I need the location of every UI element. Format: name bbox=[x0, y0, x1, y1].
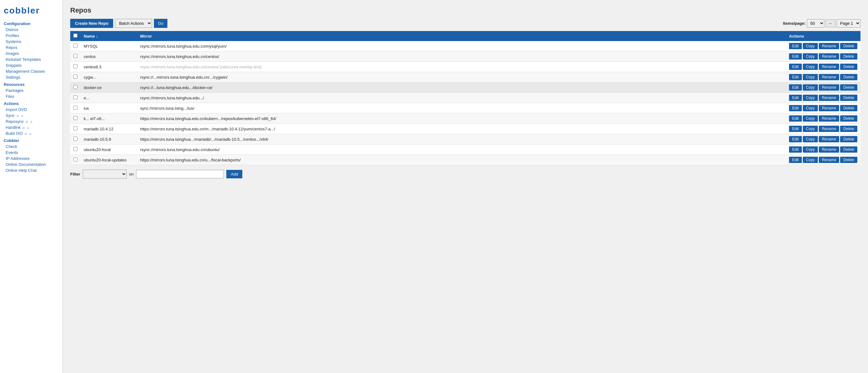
row-checkbox[interactable] bbox=[73, 95, 78, 99]
sidebar-link-management-classes[interactable]: Management Classes bbox=[0, 68, 62, 74]
sidebar-link-hardlink[interactable]: Hardlink ☼ bbox=[0, 124, 62, 130]
sidebar-link-kickstart-templates[interactable]: Kickstart Templates bbox=[0, 56, 62, 62]
sidebar-link-online-help-chat[interactable]: Online Help Chat bbox=[0, 167, 62, 173]
copy-button[interactable]: Copy bbox=[803, 146, 818, 153]
sidebar-link-events[interactable]: Events bbox=[0, 150, 62, 155]
copy-button[interactable]: Copy bbox=[803, 95, 818, 101]
rename-button[interactable]: Rename bbox=[819, 115, 839, 122]
sidebar-link-systems[interactable]: Systems bbox=[0, 38, 62, 44]
edit-button[interactable]: Edit bbox=[789, 74, 802, 80]
rename-button[interactable]: Rename bbox=[819, 43, 839, 49]
sidebar-link-check[interactable]: Check bbox=[0, 144, 62, 150]
sidebar-link-repos[interactable]: Repos bbox=[0, 44, 62, 51]
rename-button[interactable]: Rename bbox=[819, 105, 839, 111]
filter-select[interactable] bbox=[83, 169, 127, 179]
rename-button[interactable]: Rename bbox=[819, 157, 839, 163]
sidebar-link-build-iso[interactable]: Build ISO ☼ bbox=[0, 130, 62, 136]
create-new-repo-button[interactable]: Create New Repo bbox=[70, 19, 113, 28]
row-checkbox[interactable] bbox=[73, 126, 78, 130]
row-checkbox[interactable] bbox=[73, 85, 78, 89]
row-checkbox[interactable] bbox=[73, 116, 78, 120]
copy-button[interactable]: Copy bbox=[803, 136, 818, 142]
row-checkbox[interactable] bbox=[73, 137, 78, 141]
copy-button[interactable]: Copy bbox=[803, 115, 818, 122]
sidebar-link-files[interactable]: Files bbox=[0, 93, 62, 99]
edit-button[interactable]: Edit bbox=[789, 105, 802, 111]
row-checkbox[interactable] bbox=[73, 105, 78, 110]
delete-button[interactable]: Delete bbox=[840, 74, 857, 80]
copy-button[interactable]: Copy bbox=[803, 53, 818, 60]
name-header[interactable]: Name ↓ bbox=[81, 31, 137, 41]
edit-button[interactable]: Edit bbox=[789, 136, 802, 142]
row-checkbox[interactable] bbox=[73, 157, 78, 161]
delete-button[interactable]: Delete bbox=[840, 64, 857, 70]
rename-button[interactable]: Rename bbox=[819, 95, 839, 101]
select-all-col bbox=[70, 31, 81, 41]
prev-page-button[interactable]: ← bbox=[826, 20, 835, 27]
copy-button[interactable]: Copy bbox=[803, 64, 818, 70]
repo-mirror: rsync://mirrors.tuna.tsinghua.edu.cn/cen… bbox=[137, 52, 786, 62]
delete-button[interactable]: Delete bbox=[840, 43, 857, 49]
delete-button[interactable]: Delete bbox=[840, 105, 857, 111]
repo-mirror: rsync://mirrors.tuna.tsinghua.edu.cn/cen… bbox=[137, 62, 786, 72]
sidebar-link-online-documentation[interactable]: Online Documentation bbox=[0, 161, 62, 167]
copy-button[interactable]: Copy bbox=[803, 105, 818, 111]
sidebar-link-snippets[interactable]: Snippets bbox=[0, 62, 62, 68]
delete-button[interactable]: Delete bbox=[840, 146, 857, 153]
edit-button[interactable]: Edit bbox=[789, 115, 802, 122]
filter-input[interactable] bbox=[136, 170, 224, 178]
sidebar-link-images[interactable]: Images bbox=[0, 51, 62, 56]
delete-button[interactable]: Delete bbox=[840, 53, 857, 60]
go-button[interactable]: Go bbox=[154, 19, 167, 28]
row-checkbox[interactable] bbox=[73, 43, 78, 48]
rename-button[interactable]: Rename bbox=[819, 53, 839, 60]
row-checkbox[interactable] bbox=[73, 54, 78, 58]
delete-button[interactable]: Delete bbox=[840, 136, 857, 142]
edit-button[interactable]: Edit bbox=[789, 126, 802, 132]
row-checkbox[interactable] bbox=[73, 147, 78, 151]
logo: cobbler bbox=[4, 6, 40, 15]
copy-button[interactable]: Copy bbox=[803, 43, 818, 49]
rename-button[interactable]: Rename bbox=[819, 74, 839, 80]
sidebar-link-reposync[interactable]: Reposync ☼ bbox=[0, 119, 62, 124]
batch-actions-select[interactable]: Batch Actions bbox=[115, 19, 152, 28]
copy-button[interactable]: Copy bbox=[803, 126, 818, 132]
filter-add-button[interactable]: Add bbox=[226, 170, 242, 178]
select-all-checkbox[interactable] bbox=[73, 34, 78, 38]
delete-button[interactable]: Delete bbox=[840, 84, 857, 91]
delete-button[interactable]: Delete bbox=[840, 157, 857, 163]
edit-button[interactable]: Edit bbox=[789, 157, 802, 163]
delete-button[interactable]: Delete bbox=[840, 95, 857, 101]
edit-button[interactable]: Edit bbox=[789, 53, 802, 60]
sidebar-link-sync[interactable]: Sync ☼ bbox=[0, 113, 62, 119]
sidebar-link-settings[interactable]: Settings bbox=[0, 74, 62, 80]
delete-button[interactable]: Delete bbox=[840, 115, 857, 122]
page-select[interactable]: Page 1 bbox=[837, 19, 861, 28]
table-row: centosrsync://mirrors.tuna.tsinghua.edu.… bbox=[70, 52, 861, 62]
repo-mirror: sync://mirrors.tuna.tsing.../ius/ bbox=[137, 103, 786, 114]
sidebar-link-profiles[interactable]: Profiles bbox=[0, 33, 62, 38]
edit-button[interactable]: Edit bbox=[789, 43, 802, 49]
items-per-page-label: Items/page: bbox=[783, 21, 806, 26]
row-checkbox[interactable] bbox=[73, 74, 78, 79]
row-checkbox[interactable] bbox=[73, 64, 78, 68]
rename-button[interactable]: Rename bbox=[819, 64, 839, 70]
rename-button[interactable]: Rename bbox=[819, 146, 839, 153]
rename-button[interactable]: Rename bbox=[819, 136, 839, 142]
sidebar-link-ip-addresses[interactable]: IP Addresses bbox=[0, 155, 62, 161]
items-per-page-select[interactable]: 50 25 100 bbox=[807, 19, 825, 28]
sidebar-link-distros[interactable]: Distros bbox=[0, 27, 62, 33]
rename-button[interactable]: Rename bbox=[819, 84, 839, 91]
copy-button[interactable]: Copy bbox=[803, 84, 818, 91]
rename-button[interactable]: Rename bbox=[819, 126, 839, 132]
edit-button[interactable]: Edit bbox=[789, 64, 802, 70]
copy-button[interactable]: Copy bbox=[803, 74, 818, 80]
sidebar-link-packages[interactable]: Packages bbox=[0, 88, 62, 93]
edit-button[interactable]: Edit bbox=[789, 95, 802, 101]
copy-button[interactable]: Copy bbox=[803, 157, 818, 163]
toolbar: Create New Repo Batch Actions Go Items/p… bbox=[70, 19, 861, 28]
edit-button[interactable]: Edit bbox=[789, 146, 802, 153]
sidebar-link-import-dvd[interactable]: Import DVD bbox=[0, 106, 62, 113]
edit-button[interactable]: Edit bbox=[789, 84, 802, 91]
delete-button[interactable]: Delete bbox=[840, 126, 857, 132]
